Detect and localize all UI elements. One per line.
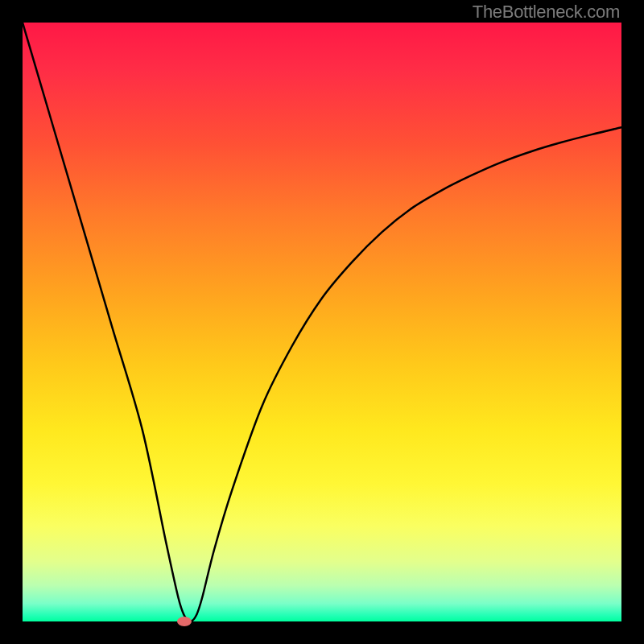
optimal-point-marker <box>177 617 192 626</box>
curve-svg <box>23 23 621 621</box>
plot-area <box>23 23 621 621</box>
bottleneck-curve-path <box>23 23 621 621</box>
watermark-text: TheBottleneck.com <box>473 2 620 23</box>
chart-frame: TheBottleneck.com <box>0 0 644 644</box>
